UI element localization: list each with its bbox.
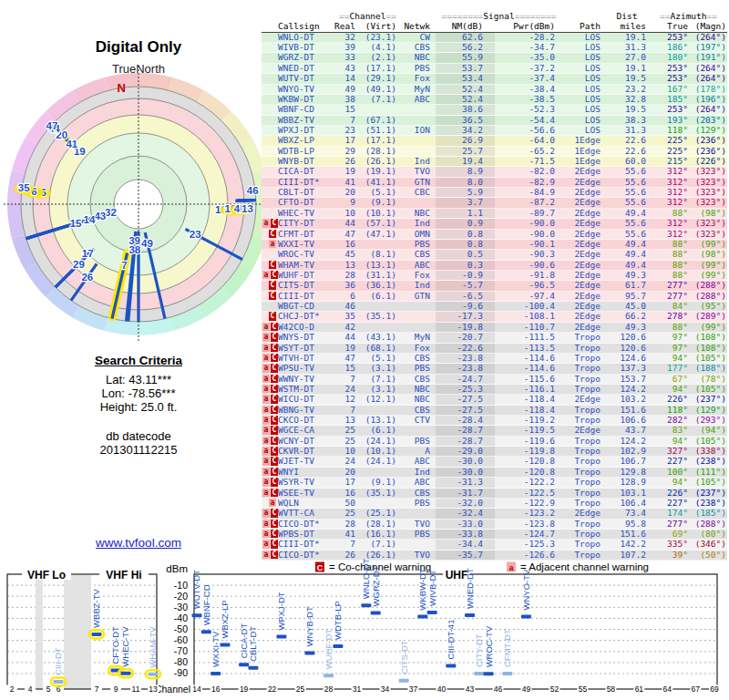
- power-cell: -110.7: [495, 323, 562, 332]
- table-row: aCCITY-DT44(57.1)Ind0.9-90.02Edge55.6312…: [262, 219, 727, 229]
- power-cell: -96.5: [495, 281, 562, 290]
- power-cell: -108.1: [495, 312, 562, 321]
- virtual-channel-cell: (24.1): [355, 457, 401, 466]
- real-channel-cell: 14: [334, 74, 355, 83]
- adjacent-channel-badge: a: [262, 468, 270, 477]
- virtual-channel-cell: (49.1): [355, 85, 401, 94]
- distance-cell: 27.0: [604, 53, 650, 62]
- path-cell: Tropo: [562, 385, 604, 394]
- vhf-hi-band-label: VHF Hi: [106, 569, 141, 582]
- virtual-channel-cell: (13.1): [355, 261, 401, 270]
- noise-margin-cell: 1.1: [436, 209, 495, 218]
- real-channel-cell: 20: [334, 188, 355, 197]
- adjacent-channel-badge: a: [262, 375, 270, 384]
- warning-badges: [262, 136, 276, 145]
- x-axis-tick-label: 43: [466, 685, 475, 694]
- network-cell: CW: [401, 33, 436, 42]
- station-bar-label: WHAM-TV: [149, 626, 159, 668]
- noise-margin-cell: 62.6: [436, 33, 495, 42]
- real-channel-cell: 7: [334, 540, 355, 549]
- virtual-channel-cell: (17.1): [355, 64, 401, 73]
- network-cell: [401, 509, 436, 518]
- azimuth-magnetic-cell: (98°): [690, 250, 727, 259]
- warning-badges: aC: [262, 354, 276, 363]
- warning-badges: aC: [262, 406, 276, 415]
- virtual-channel-cell: (31.1): [355, 271, 401, 280]
- table-row: aCWSEE-TV16(35.1)CBS-31.7-122.5Tropo103.…: [262, 489, 727, 499]
- path-cell: Tropo: [562, 457, 604, 466]
- azimuth-true-cell: 215°: [650, 157, 690, 166]
- power-cell: -120.8: [495, 468, 562, 477]
- adjacent-channel-badge: a: [262, 447, 270, 456]
- table-column-header: CallsignReal(Virt)NetwkNM(dB)Pwr(dBm)Pat…: [262, 22, 727, 32]
- station-bar-label: WHEC-TV: [121, 626, 131, 667]
- table-row: WIVB-DT39(4.1)CBS56.2-34.7LOS31.3186°(19…: [262, 43, 727, 53]
- callsign-cell: CFTO-DT: [276, 198, 334, 207]
- noise-margin-cell: -27.5: [436, 406, 495, 415]
- x-axis-tick-label: 4: [28, 685, 33, 694]
- distance-cell: 129.8: [604, 468, 650, 477]
- network-cell: ABC: [401, 457, 436, 466]
- real-channel-cell: 23: [334, 126, 355, 135]
- radar-channel-label: 29: [73, 259, 85, 270]
- radar-title: Digital Only: [96, 38, 182, 56]
- network-cell: ABC: [401, 261, 436, 270]
- tvfool-link[interactable]: www.tvfool.com: [0, 536, 277, 550]
- callsign-cell: CKCO-DT: [276, 416, 334, 425]
- x-axis-tick-label: 14: [192, 685, 201, 694]
- power-cell: -111.5: [495, 333, 562, 342]
- azimuth-true-cell: 327°: [650, 447, 690, 456]
- distance-cell: 142.2: [604, 540, 650, 549]
- station-bar-label: CIII-DT: [54, 647, 64, 675]
- path-cell: 1Edge: [562, 147, 604, 156]
- noise-margin-cell: 34.2: [436, 126, 495, 135]
- noise-margin-cell: 0.8: [436, 230, 495, 239]
- network-cell: NBC: [401, 209, 436, 218]
- path-cell: Tropo: [562, 333, 604, 342]
- azimuth-magnetic-cell: (95°): [690, 302, 727, 311]
- db-datecode-value: 201301112215: [0, 443, 277, 457]
- path-cell: 2Edge: [562, 219, 604, 228]
- warning-badges: aC: [262, 364, 276, 373]
- power-cell: -119.2: [495, 416, 562, 425]
- station-signal-bar: [220, 643, 230, 647]
- path-cell: 2Edge: [562, 292, 604, 301]
- network-cell: [401, 136, 436, 145]
- network-cell: [401, 116, 436, 125]
- table-row: WPXJ-DT23(51.1)ION34.2-56.6LOS31.3118°(1…: [262, 126, 727, 136]
- warning-badges: aC: [262, 375, 276, 384]
- real-channel-cell: 44: [334, 333, 355, 342]
- virtual-channel-cell: (68.1): [355, 344, 401, 353]
- azimuth-magnetic-cell: (323°): [690, 198, 727, 207]
- path-cell: LOS: [562, 33, 604, 42]
- table-row: WNYO-TV49(49.1)MyN52.4-38.4LOS23.2167°(1…: [262, 85, 727, 95]
- station-signal-bar: [248, 666, 258, 670]
- noise-margin-cell: -6.5: [436, 292, 495, 301]
- virtual-channel-cell: (3.1): [355, 364, 401, 373]
- table-row: aCWCNY-DT25(24.1)PBS-28.7-119.6Tropo124.…: [262, 437, 727, 447]
- callsign-cell: W42CO-D: [276, 323, 334, 332]
- power-cell: -114.6: [495, 354, 562, 363]
- y-axis-title: dBm: [166, 563, 188, 574]
- azimuth-true-cell: 118°: [650, 126, 690, 135]
- virtual-channel-cell: (51.1): [355, 126, 401, 135]
- station-bar-label: WBXZ-LP: [220, 600, 230, 638]
- real-channel-cell: 19: [334, 344, 355, 353]
- x-axis-tick-label: 5: [46, 685, 51, 694]
- azimuth-true-cell: 100°: [650, 468, 690, 477]
- noise-margin-cell: 8.0: [436, 178, 495, 187]
- station-signal-bar: [239, 663, 249, 666]
- azimuth-magnetic-cell: (264°): [690, 64, 727, 73]
- azimuth-true-cell: 312°: [650, 188, 690, 197]
- station-signal-bar: [276, 635, 286, 639]
- noise-margin-cell: -17.3: [436, 312, 495, 321]
- path-cell: 2Edge: [562, 281, 604, 290]
- warning-badges: C: [262, 312, 276, 321]
- network-cell: NBC: [401, 385, 436, 394]
- distance-cell: 49.4: [604, 250, 650, 259]
- warning-badges: [262, 209, 276, 218]
- noise-margin-cell: -31.7: [436, 489, 495, 498]
- table-row: aCWSTM-DT24(3.1)NBC-25.3-116.1Tropo124.2…: [262, 385, 727, 395]
- radar-channel-label: 35: [18, 182, 30, 193]
- path-cell: Tropo: [562, 489, 604, 498]
